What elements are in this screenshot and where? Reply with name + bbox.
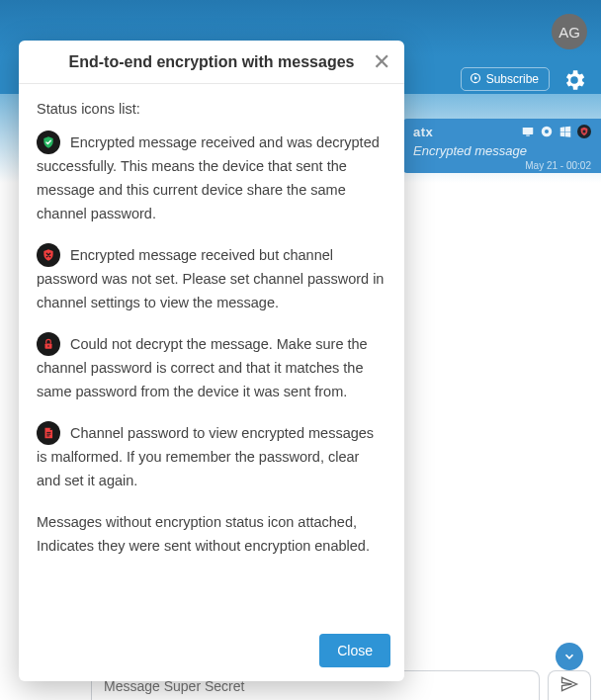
status-item: Encrypted message received and was decry… [37,131,386,226]
svg-point-6 [47,345,49,347]
status-item: Channel password to view encrypted messa… [37,422,386,493]
shield-x-red-icon [37,243,60,267]
modal-title: End-to-end encryption with messages [69,53,355,71]
modal-body: Status icons list: Encrypted message rec… [19,84,404,624]
modal-header: End-to-end encryption with messages ✕ [19,41,404,84]
close-button[interactable]: Close [319,634,390,667]
status-item: Encrypted message received but channel p… [37,244,386,315]
status-text: Could not decrypt the message. Make sure… [37,336,368,399]
no-icon-note: Messages without encryption status icon … [37,511,386,559]
lock-red-icon [37,332,60,356]
modal-backdrop: End-to-end encryption with messages ✕ St… [0,0,601,700]
modal-footer: Close [19,624,404,681]
shield-check-green-icon [37,131,60,154]
close-icon[interactable]: ✕ [373,51,390,73]
status-heading: Status icons list: [37,98,386,122]
status-text: Encrypted message received and was decry… [37,134,380,221]
status-text: Channel password to view encrypted messa… [37,425,374,488]
status-item: Could not decrypt the message. Make sure… [37,333,386,404]
note-red-icon [37,421,60,445]
status-text: Encrypted message received but channel p… [37,247,384,310]
encryption-info-modal: End-to-end encryption with messages ✕ St… [19,41,404,681]
